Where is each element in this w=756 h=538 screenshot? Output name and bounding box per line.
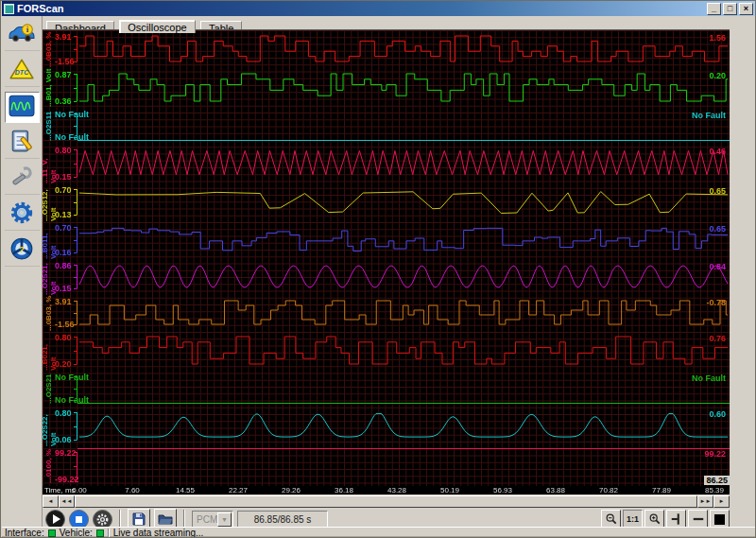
scroll-left-fast-button[interactable]: ◄◄: [59, 495, 75, 508]
sidebar: i DTC: [2, 16, 43, 527]
gear-icon: [9, 200, 34, 229]
main-panel: Dashboard Oscilloscope Table ...0B03, %3…: [43, 16, 756, 527]
forscan-window: FORScan _ □ × i DTC: [0, 0, 756, 538]
color-swatch-button[interactable]: [710, 510, 730, 529]
help-icon: ?: [9, 236, 34, 265]
marker-tool-button[interactable]: [666, 510, 686, 529]
time-tick: 7.60: [125, 486, 140, 495]
svg-text:?: ?: [19, 244, 25, 254]
toolbar-separator: [183, 510, 185, 529]
car-info-icon: i: [9, 23, 35, 47]
time-counter: 86.85/86.85 s: [237, 511, 328, 529]
sidebar-item-help[interactable]: ?: [5, 235, 40, 267]
status-text: Live data streaming...: [113, 528, 204, 538]
time-tick: 85.39: [705, 486, 724, 495]
time-tick: 22.27: [229, 486, 248, 495]
time-tick: 63.88: [546, 486, 565, 495]
zoom-out-icon: [605, 512, 618, 526]
tab-oscilloscope[interactable]: Oscilloscope: [119, 20, 195, 33]
interface-status-led: [48, 529, 56, 537]
status-bar: Interface: Vehicle: Live data streaming.…: [2, 527, 755, 538]
dropdown-arrow-icon: ▼: [217, 512, 232, 527]
close-button[interactable]: ×: [739, 3, 753, 15]
interface-label: Interface:: [5, 528, 44, 538]
sidebar-item-dtc[interactable]: DTC: [5, 56, 40, 87]
wrench-icon: [9, 165, 34, 193]
status-separator: [108, 529, 110, 538]
save-floppy-icon: [131, 512, 146, 527]
scrollbar-thumb[interactable]: [75, 495, 697, 508]
line-width-button[interactable]: [688, 510, 708, 529]
checklist-icon: [9, 129, 34, 157]
minimize-button[interactable]: _: [707, 3, 721, 15]
open-folder-icon: [158, 512, 173, 527]
time-tick: 0.00: [72, 486, 87, 495]
time-tick: 50.19: [440, 486, 459, 495]
sidebar-item-vehicle-info[interactable]: i: [5, 20, 40, 51]
tab-bar: Dashboard Oscilloscope Table: [46, 16, 243, 29]
dtc-warning-icon: DTC: [9, 58, 35, 84]
time-tick: 29.26: [282, 486, 301, 495]
svg-text:DTC: DTC: [15, 69, 29, 76]
oscilloscope-canvas: [43, 30, 730, 486]
oscilloscope-icon: [9, 95, 35, 121]
sidebar-item-tests[interactable]: [5, 128, 40, 159]
time-tick: 14.55: [176, 486, 195, 495]
vehicle-status-led: [96, 529, 104, 537]
time-tick: 43.28: [387, 486, 406, 495]
time-end-value: 86.25: [704, 476, 730, 485]
play-icon: [53, 514, 60, 524]
time-axis-label: Time, ms: [44, 486, 76, 495]
oscilloscope-plot: ...0B03, %3.91-1.561.56...B01, Volt0.870…: [43, 29, 730, 494]
stop-icon: [76, 516, 82, 523]
sidebar-item-settings[interactable]: [5, 200, 40, 231]
zoom-in-icon: [648, 512, 662, 526]
window-title: FORScan: [17, 3, 64, 14]
time-scrollbar: ◄ ◄◄ ►► ►: [43, 495, 730, 508]
zoom-in-button[interactable]: [644, 510, 664, 529]
marker-cursor-icon: [670, 512, 683, 526]
gear-small-icon: [95, 512, 110, 527]
scroll-right-fast-button[interactable]: ►►: [697, 495, 713, 508]
title-bar[interactable]: FORScan _ □ ×: [2, 1, 755, 16]
sidebar-item-service[interactable]: [5, 164, 40, 195]
maximize-button[interactable]: □: [723, 3, 737, 15]
time-axis: Time, ms 0.007.6014.5522.2729.2636.1843.…: [43, 486, 730, 495]
vehicle-label: Vehicle:: [60, 528, 93, 538]
scroll-right-button[interactable]: ►: [713, 495, 730, 508]
module-select-value: PCM: [197, 514, 217, 525]
module-select[interactable]: PCM ▼: [192, 511, 233, 529]
toolbar-separator: [119, 510, 121, 529]
scroll-left-button[interactable]: ◄: [43, 495, 59, 508]
line-width-icon: [692, 512, 705, 526]
time-tick: 36.18: [335, 486, 353, 495]
time-tick: 77.89: [652, 486, 671, 495]
time-tick: 70.82: [599, 486, 618, 495]
color-swatch-icon: [714, 514, 725, 525]
zoom-out-button[interactable]: [601, 510, 621, 529]
time-tick: 56.93: [493, 486, 512, 495]
app-icon: [4, 4, 14, 14]
scale-1-1-button[interactable]: 1:1: [623, 510, 643, 529]
sidebar-item-oscilloscope[interactable]: [5, 92, 40, 123]
